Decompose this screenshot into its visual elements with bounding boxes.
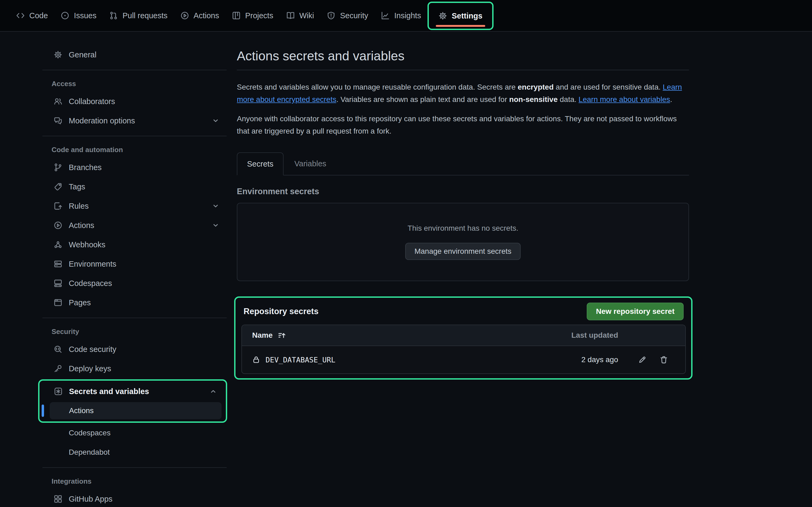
secret-actions-cell	[618, 355, 685, 364]
nav-tab-insights[interactable]: Insights	[374, 0, 427, 31]
gear-icon	[439, 11, 447, 20]
sidebar-section-access: Access	[52, 78, 227, 89]
key-icon	[54, 364, 62, 373]
sidebar-item-label: Moderation options	[69, 116, 205, 125]
sidebar-item-pages[interactable]: Pages	[49, 294, 224, 311]
sidebar-subitem-label: Codespaces	[69, 429, 111, 437]
environment-empty-message: This environment has no secrets.	[408, 224, 518, 233]
name-header-cell: Name	[242, 331, 527, 340]
manage-environment-secrets-button[interactable]: Manage environment secrets	[405, 243, 520, 260]
sidebar-item-label: Pages	[69, 298, 220, 307]
intro-bold-non-sensitive: non-sensitive	[509, 95, 557, 104]
comment-discussion-icon	[54, 116, 62, 125]
sidebar-item-deploy-keys[interactable]: Deploy keys	[49, 360, 224, 377]
rules-icon	[54, 202, 62, 210]
sidebar-subitem-codespaces[interactable]: Codespaces	[49, 425, 224, 442]
sidebar-divider	[42, 467, 226, 468]
project-icon	[232, 11, 241, 20]
issue-icon	[61, 11, 69, 20]
chevron-down-icon	[212, 117, 220, 125]
sidebar-divider	[42, 136, 226, 136]
secrets-variables-tabnav: Secrets Variables	[237, 152, 689, 175]
secret-updated-cell: 2 days ago	[527, 355, 618, 364]
intro-paragraph: Secrets and variables allow you to manag…	[237, 81, 689, 106]
nav-tab-label: Insights	[394, 11, 421, 20]
tab-secrets[interactable]: Secrets	[237, 152, 284, 175]
page-title: Actions secrets and variables	[237, 48, 689, 64]
annotation-box-secrets-and-variables: Secrets and variablesActions	[38, 379, 227, 423]
sort-ascending-icon[interactable]	[278, 331, 286, 339]
sidebar-subitem-label: Actions	[69, 406, 94, 415]
sidebar-item-general[interactable]: General	[49, 46, 224, 63]
sidebar-item-codespaces[interactable]: Codespaces	[49, 275, 224, 292]
graph-icon	[381, 11, 390, 20]
nav-tab-label: Wiki	[299, 11, 314, 20]
gear-icon	[54, 50, 62, 59]
sidebar-item-github-apps[interactable]: GitHub Apps	[49, 490, 224, 507]
chevron-down-icon	[212, 221, 220, 229]
sidebar-item-code-security[interactable]: Code security	[49, 341, 224, 358]
sidebar-item-environments[interactable]: Environments	[49, 256, 224, 273]
collaborator-access-paragraph: Anyone with collaborator access to this …	[237, 113, 689, 137]
sidebar-item-label: Codespaces	[69, 279, 220, 288]
settings-layout: GeneralAccessCollaboratorsModeration opt…	[0, 32, 812, 507]
sidebar-subitem-dependabot[interactable]: Dependabot	[49, 444, 224, 461]
sidebar-item-secrets-and-variables[interactable]: Secrets and variables	[50, 383, 221, 400]
pencil-icon[interactable]	[638, 355, 647, 364]
sidebar-item-tags[interactable]: Tags	[49, 178, 224, 195]
shield-icon	[327, 11, 336, 20]
browser-icon	[54, 298, 62, 307]
pull-request-icon	[109, 11, 118, 20]
nav-tab-projects[interactable]: Projects	[225, 0, 280, 31]
codespaces-icon	[54, 279, 62, 288]
sidebar-divider	[42, 70, 226, 70]
intro-text: . Variables are shown as plain text and …	[336, 95, 509, 104]
sidebar-item-rules[interactable]: Rules	[49, 198, 224, 215]
sidebar-section-security: Security	[52, 326, 227, 337]
intro-text: and are used for sensitive data.	[554, 83, 663, 91]
nav-tab-label: Issues	[74, 11, 96, 20]
repository-secrets-heading: Repository secrets	[244, 306, 318, 316]
nav-tab-actions[interactable]: Actions	[174, 0, 225, 31]
sidebar-section-code-and-automation: Code and automation	[52, 144, 227, 155]
lock-icon	[252, 356, 260, 364]
nav-tab-pull-requests[interactable]: Pull requests	[103, 0, 174, 31]
sidebar-item-webhooks[interactable]: Webhooks	[49, 236, 224, 253]
chevron-down-icon	[212, 202, 220, 210]
nav-tab-settings[interactable]: Settings	[432, 11, 489, 20]
sidebar-item-branches[interactable]: Branches	[49, 159, 224, 176]
intro-text: Secrets and variables allow you to manag…	[237, 83, 518, 91]
sidebar-item-actions[interactable]: Actions	[49, 217, 224, 234]
trash-icon[interactable]	[659, 355, 668, 364]
nav-tab-label: Settings	[452, 11, 482, 20]
title-divider	[237, 70, 689, 70]
nav-tab-wiki[interactable]: Wiki	[280, 0, 321, 31]
sidebar-item-moderation-options[interactable]: Moderation options	[49, 112, 224, 129]
book-icon	[286, 11, 295, 20]
nav-tab-issues[interactable]: Issues	[54, 0, 103, 31]
sidebar-item-label: General	[69, 50, 220, 59]
webhook-icon	[54, 240, 62, 249]
nav-tab-code[interactable]: Code	[10, 0, 54, 31]
play-icon	[54, 221, 62, 230]
apps-icon	[54, 495, 62, 503]
chevron-up-icon	[209, 387, 217, 395]
settings-main: Actions secrets and variables Secrets an…	[227, 32, 812, 507]
link-variables[interactable]: Learn more about variables	[579, 95, 670, 104]
sidebar-item-collaborators[interactable]: Collaborators	[49, 93, 224, 110]
sidebar-item-label: Branches	[69, 163, 220, 172]
sidebar-item-label: Actions	[69, 221, 205, 230]
sidebar-item-label: Environments	[69, 260, 220, 269]
nav-tab-security[interactable]: Security	[320, 0, 374, 31]
new-repository-secret-button[interactable]: New repository secret	[587, 302, 683, 320]
sidebar-item-label: Collaborators	[69, 97, 220, 106]
name-header-label: Name	[252, 331, 272, 340]
nav-tab-label: Code	[29, 11, 48, 20]
tab-variables[interactable]: Variables	[284, 152, 337, 175]
nav-tab-label: Pull requests	[122, 11, 167, 20]
codescan-icon	[54, 345, 62, 353]
environment-secrets-heading: Environment secrets	[237, 187, 689, 196]
sidebar-subitem-actions[interactable]: Actions	[50, 402, 221, 419]
nav-tab-label: Security	[340, 11, 368, 20]
sidebar-item-label: Tags	[69, 182, 220, 191]
